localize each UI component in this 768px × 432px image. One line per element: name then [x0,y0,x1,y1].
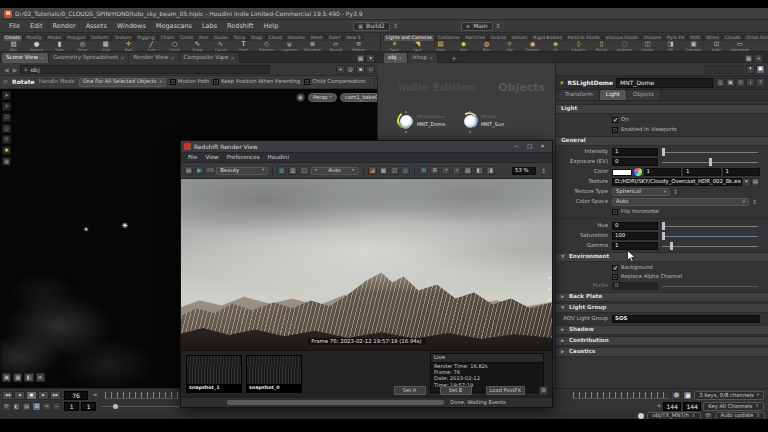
shelf-tab[interactable]: Create [2,34,23,41]
range-end-field[interactable]: 144 [663,402,681,411]
crop-region-icon[interactable]: □ [299,166,308,175]
snapshot-auto-dropdown[interactable]: ◂Auto▸ [311,167,359,175]
color-wheel-icon[interactable] [634,168,642,176]
jump-start-button[interactable]: ◀◀ [2,391,13,400]
shelf-tab[interactable]: Clouds [722,34,744,41]
shelf-tab[interactable]: Deform [88,34,111,41]
shelf-tab[interactable]: Drive Simulation [743,34,768,41]
zoom-level-field[interactable]: 53 % [512,167,536,175]
shelf-tab[interactable]: Grains [488,34,509,41]
view-grid-icon[interactable]: ▦ [13,373,22,382]
parameter-tab[interactable]: Objects [627,90,661,100]
tool-torus[interactable]: ◎Torus [71,41,94,52]
tool-env-light[interactable]: ◍Env [475,41,498,52]
rs-title-bar[interactable]: Redshift Render View ─□✕ [181,141,552,153]
background-checkbox[interactable] [612,265,618,271]
tool-circle[interactable]: ○Circle [163,41,186,52]
pane-tab[interactable]: Geometry Spreadsheet✕ [49,53,129,63]
exposure-slider[interactable] [662,158,760,166]
shelf-tab[interactable]: Mesh [308,34,326,41]
intensity-slider[interactable] [662,148,760,156]
target-icon[interactable]: ◎ [346,65,355,74]
flip-horizontal-checkbox[interactable] [612,209,618,215]
shelf-tab[interactable]: Part [196,34,211,41]
tool-geo-light[interactable]: ◆Geo [452,41,475,52]
tool-box[interactable]: ▧Box [2,41,25,52]
zoom-spinner-icon[interactable]: ⇕ [538,168,549,174]
node-pin-icon[interactable]: ◎ [716,78,725,87]
persp-view-button[interactable]: Persp▾ [308,93,337,102]
tool-null[interactable]: ✛Null [117,41,140,52]
section-light[interactable]: Light [556,104,768,114]
desktop-spinner-icon[interactable]: ⇕ [390,23,401,29]
dim-option-icon[interactable]: ≈ [42,402,51,411]
param-filter-field[interactable] [704,65,744,74]
grid-icon[interactable]: ▦ [379,166,388,175]
enabled-viewports-checkbox[interactable] [612,127,618,133]
tool-camera[interactable]: ▣Camera [682,41,705,52]
pane-tab[interactable]: Scene View✕ [2,53,49,63]
tool-sky-light[interactable]: ☼Sky [498,41,521,52]
range-end-arrow-icon[interactable]: ◀ [656,404,661,409]
tool-sphere[interactable]: ●Sphere [25,41,48,52]
color-swatch[interactable] [612,169,632,176]
shelf-tab[interactable]: Terra [231,34,248,41]
node-mnt-sun[interactable]: RS light MNT_Sun [460,111,520,135]
frame-step-icons[interactable]: ◂▸ [90,393,101,398]
color-r-field[interactable]: 1 [644,168,681,176]
gamma-field[interactable]: 1 [612,242,658,250]
redshift-render-view-window[interactable]: Redshift Render View ─□✕ FileViewPrefere… [180,140,553,408]
shelf-tab[interactable]: Viscous Fluids [603,34,641,41]
search-icon[interactable]: ⊙ [736,78,745,87]
parameter-tab[interactable]: Transform [559,90,600,100]
realtime-toggle-icon[interactable]: ◐ [12,402,21,411]
hue-field[interactable]: 0 [612,222,658,230]
zoom-region-icon[interactable]: ⊕ [419,166,428,175]
color-space-dropdown[interactable]: Auto▾ [612,198,749,206]
light-toggle-icon[interactable]: ✱ [2,146,11,155]
texture-type-dropdown[interactable]: Spherical▾ [612,188,670,196]
shelf-tab[interactable]: Modify [23,34,44,41]
snapshot-thumbnail[interactable]: snapshot_1 [186,355,242,393]
tool-bound[interactable]: ▱Bound [324,41,347,52]
pane-menu-icon[interactable]: ▾ [366,54,375,63]
nav-forward-icon[interactable]: ▶ [12,67,19,73]
tool-font[interactable]: TFont [232,41,255,52]
keyframe-options-icon[interactable]: ▤ [22,402,31,411]
exposure-field[interactable]: 0 [612,158,658,166]
tool-spot-light[interactable]: ◥Spot [406,41,429,52]
tool-curve[interactable]: ∿Curve [209,41,232,52]
pane-tab[interactable]: obj✕ [384,53,408,63]
snapshot-icon[interactable]: ◍ [277,166,286,175]
close-icon[interactable]: ✕ [120,56,124,61]
pane-layout-icon[interactable]: ▦ [356,54,365,63]
tool-bake-cam[interactable]: ⊡Bake [705,41,728,52]
shelf-tab[interactable]: Solef [326,34,343,41]
child-compensation-checkbox[interactable]: Child Compensation [304,79,365,85]
shelf-tab[interactable]: Chars [158,34,177,41]
section-shadow[interactable]: ▶Shadow [556,325,768,335]
tool-distant-light[interactable]: ◉Distant [521,41,544,52]
clear-icon[interactable]: ✕ [452,166,461,175]
pin-icon[interactable]: ▪ [356,65,365,74]
move-tool-icon[interactable]: ✛ [2,102,11,111]
menu-item[interactable]: Houdini [264,155,293,161]
range-end-sub-field[interactable]: 144 [683,402,701,411]
add-pane-tab-icon[interactable]: + [448,56,460,63]
geometry-select-icon[interactable]: ⊡ [2,113,11,122]
menu-item[interactable]: File [4,23,25,30]
tool-point-light[interactable]: ☀Point [383,41,406,52]
dim-option2-icon[interactable]: ~ [52,402,61,411]
shelf-tab[interactable]: Polygon [64,34,88,41]
step-back-button[interactable]: ◀ [14,391,25,400]
layer-a-icon[interactable]: ◧ [474,166,483,175]
section-environment[interactable]: ▼Environment [556,252,768,262]
shelf-tab[interactable]: Lights and Cameras [383,34,435,41]
light-gizmo[interactable]: ✳ [122,223,128,230]
gear-icon[interactable]: ⚙ [539,386,548,395]
current-frame-field[interactable]: 76 [64,391,88,400]
set-a-button[interactable]: Set A [394,386,426,395]
texture-menu-icon[interactable]: ▾ [742,178,751,187]
color-g-field[interactable]: 1 [683,168,720,176]
pane-layout-icon[interactable]: ▦ [744,54,753,63]
